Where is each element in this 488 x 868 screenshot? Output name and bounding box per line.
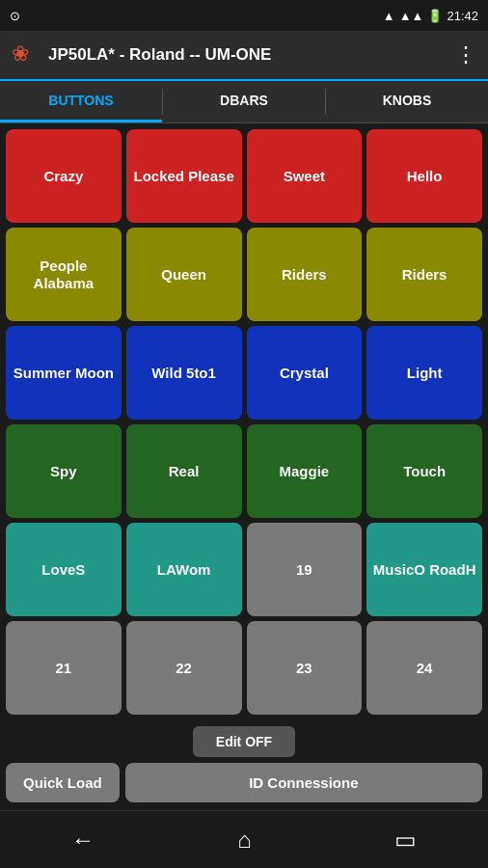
bottom-area: Edit OFF Quick Load ID Connessione (0, 719, 488, 810)
action-row: Quick Load ID Connessione (6, 763, 482, 802)
btn-sweet[interactable]: Sweet (247, 129, 363, 223)
title-bar: ❀ JP50LA* - Roland -- UM-ONE ⋮ (0, 31, 488, 81)
status-right: ▲ ▲▲ 🔋 21:42 (383, 9, 478, 23)
btn-touch[interactable]: Touch (366, 424, 482, 518)
btn-lawom[interactable]: LAWom (126, 523, 242, 616)
btn-wild-5to1[interactable]: Wild 5to1 (126, 326, 242, 420)
grid-row-5: 21222324 (6, 621, 482, 715)
btn-people-alabama[interactable]: People Alabama (6, 228, 122, 321)
edit-off-row: Edit OFF (6, 726, 482, 757)
btn-locked-please[interactable]: Locked Please (126, 129, 242, 223)
signal-icon: ▲▲ (399, 9, 424, 23)
status-bar: ⊙ ▲ ▲▲ 🔋 21:42 (0, 0, 488, 31)
time-display: 21:42 (447, 9, 478, 23)
app-title: JP50LA* - Roland -- UM-ONE (48, 45, 455, 65)
wifi-icon: ▲ (383, 9, 395, 23)
grid-row-4: LoveSLAWom19MusicO RoadH (6, 523, 482, 616)
quick-load-button[interactable]: Quick Load (6, 763, 120, 802)
btn-maggie[interactable]: Maggie (247, 424, 363, 518)
btn-22[interactable]: 22 (126, 621, 242, 715)
btn-crystal[interactable]: Crystal (247, 326, 363, 420)
grid-row-0: CrazyLocked PleaseSweetHello (6, 129, 482, 223)
button-grid: CrazyLocked PleaseSweetHelloPeople Alaba… (0, 123, 488, 719)
btn-riders2[interactable]: Riders (366, 228, 482, 321)
btn-24[interactable]: 24 (366, 621, 482, 715)
edit-off-button[interactable]: Edit OFF (193, 726, 295, 757)
tab-dbars[interactable]: DBARS (163, 81, 325, 122)
btn-riders1[interactable]: Riders (247, 228, 363, 321)
btn-hello[interactable]: Hello (366, 129, 482, 223)
btn-spy[interactable]: Spy (6, 424, 122, 518)
btn-musico-roadh[interactable]: MusicO RoadH (366, 523, 482, 616)
recents-button[interactable]: ▭ (394, 827, 417, 854)
btn-19[interactable]: 19 (247, 523, 363, 616)
battery-icon: 🔋 (427, 9, 443, 23)
btn-light[interactable]: Light (366, 326, 482, 420)
app-icon: ❀ (12, 41, 39, 68)
home-button[interactable]: ⌂ (237, 827, 252, 854)
id-connessione-button[interactable]: ID Connessione (125, 763, 482, 802)
grid-row-2: Summer MoonWild 5to1CrystalLight (6, 326, 482, 420)
status-left-icon: ⊙ (10, 9, 20, 23)
tab-knobs[interactable]: KNOBS (326, 81, 488, 122)
menu-button[interactable]: ⋮ (455, 42, 476, 68)
tab-bar: BUTTONS DBARS KNOBS (0, 81, 488, 123)
btn-real[interactable]: Real (126, 424, 242, 518)
nav-bar: ← ⌂ ▭ (0, 810, 488, 868)
btn-23[interactable]: 23 (247, 621, 363, 715)
grid-row-3: SpyRealMaggieTouch (6, 424, 482, 518)
btn-crazy[interactable]: Crazy (6, 129, 122, 223)
btn-21[interactable]: 21 (6, 621, 122, 715)
btn-summer-moon[interactable]: Summer Moon (6, 326, 122, 420)
tab-buttons[interactable]: BUTTONS (0, 81, 162, 122)
grid-row-1: People AlabamaQueenRidersRiders (6, 228, 482, 321)
back-button[interactable]: ← (71, 827, 95, 854)
btn-queen[interactable]: Queen (126, 228, 242, 321)
btn-loves[interactable]: LoveS (6, 523, 122, 616)
